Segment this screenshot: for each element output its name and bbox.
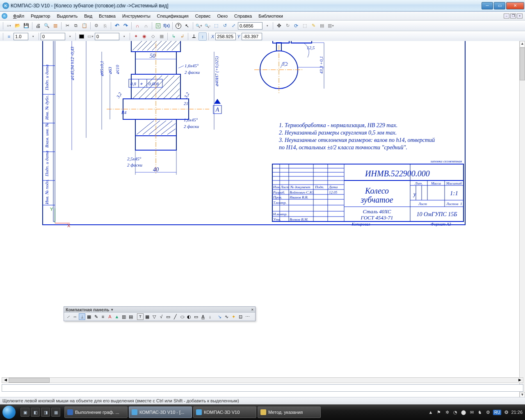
axis-tool[interactable]: ✦: [230, 313, 237, 320]
menu-file[interactable]: Файл: [10, 12, 27, 20]
paste-button[interactable]: [80, 22, 89, 30]
tool-b[interactable]: ✎: [309, 22, 317, 30]
mdi-close[interactable]: ×: [517, 14, 523, 18]
props-button[interactable]: [92, 22, 100, 30]
tool-d[interactable]: ▥: [326, 22, 335, 30]
undo-button[interactable]: [113, 22, 121, 30]
rough-tool[interactable]: √: [158, 313, 164, 320]
clock[interactable]: 21:26: [511, 410, 523, 415]
tool-c[interactable]: ▤: [318, 22, 326, 30]
new-button[interactable]: [5, 22, 13, 30]
style2-icon[interactable]: ▭: [86, 32, 94, 41]
refresh-button[interactable]: [292, 22, 300, 30]
export-button[interactable]: ▥: [51, 22, 59, 30]
edit-tool[interactable]: ✎: [93, 313, 99, 320]
quicklaunch-3[interactable]: ◨: [41, 408, 50, 417]
change-tool[interactable]: A: [200, 313, 206, 320]
preview-button[interactable]: [43, 22, 51, 30]
zoom-dropdown[interactable]: [263, 22, 271, 30]
v-scroll-thumb[interactable]: [520, 48, 525, 80]
coord-x-input[interactable]: [215, 33, 236, 40]
pin-icon[interactable]: ▾: [111, 308, 113, 312]
variables-button[interactable]: [154, 22, 162, 30]
anchor-button[interactable]: ✦: [132, 32, 140, 41]
arrow-tool[interactable]: ↘: [216, 313, 223, 320]
mdi-min[interactable]: –: [504, 14, 509, 18]
cond-tool[interactable]: ⊡: [237, 313, 244, 320]
style1-input[interactable]: [41, 33, 65, 40]
ucs-button[interactable]: ↳: [169, 32, 178, 41]
whats-this-button[interactable]: [174, 22, 183, 30]
menu-insert[interactable]: Вставка: [96, 12, 119, 20]
menu-select[interactable]: Выделить: [53, 12, 81, 20]
start-button[interactable]: [0, 404, 18, 420]
copy-button[interactable]: [72, 22, 80, 30]
linewidth-input[interactable]: [14, 33, 28, 40]
pan-button[interactable]: [275, 22, 283, 30]
tray-icon-1[interactable]: ⚑: [436, 409, 442, 415]
geom-tool[interactable]: ⟋: [65, 313, 71, 320]
ucs2-button[interactable]: ↲: [178, 32, 186, 41]
measure-tool[interactable]: A: [107, 313, 113, 320]
compact-panel[interactable]: Компактная панель ▾ × ⟋ ↔ ⟂ ▦ ✎ ≡ A ▲ ▥ …: [64, 306, 256, 321]
tray-icon-7[interactable]: ⚙: [485, 409, 491, 415]
param-tool[interactable]: ≡: [100, 313, 106, 320]
tray-icon-8[interactable]: ❂: [503, 409, 509, 415]
mark-tool[interactable]: ⬭: [179, 313, 185, 320]
grid-button[interactable]: ▦: [158, 32, 166, 41]
line-tool[interactable]: ╱: [172, 313, 178, 320]
table-tool[interactable]: ▦: [144, 313, 151, 320]
scroll-left[interactable]: ◀: [2, 378, 9, 383]
menu-instruments[interactable]: Инструменты: [119, 12, 154, 20]
tray-icon-5[interactable]: ✉: [468, 409, 475, 415]
grid-tool[interactable]: ▦: [86, 313, 92, 320]
ortho-button[interactable]: [190, 32, 198, 41]
menu-view[interactable]: Вид: [81, 12, 96, 20]
brand-tool[interactable]: ◐: [186, 313, 192, 320]
vertical-scrollbar[interactable]: ▲ ▼: [519, 41, 525, 399]
task-3[interactable]: КОМПАС-3D V10: [193, 406, 256, 418]
menu-window[interactable]: Окно: [214, 12, 231, 20]
rotate-view-button[interactable]: ↻: [283, 22, 292, 30]
open-button[interactable]: [14, 22, 22, 30]
tray-icon-4[interactable]: ⬤: [460, 409, 467, 415]
print-button[interactable]: [34, 22, 42, 30]
fx-button[interactable]: [162, 22, 171, 30]
track-button[interactable]: ◉: [140, 32, 148, 41]
zoom-fit-button[interactable]: [229, 22, 237, 30]
color-swatch[interactable]: [78, 32, 86, 41]
drawing-canvas[interactable]: Подп. и дата Инв. № дубл. Взам. инв. № П…: [0, 41, 517, 353]
magnet-on-button[interactable]: [133, 22, 142, 30]
quicklaunch-1[interactable]: ▣: [21, 408, 30, 417]
panel-close-icon[interactable]: ×: [251, 308, 253, 312]
copyprops-button[interactable]: ⎘: [101, 22, 109, 30]
tray-icon-6[interactable]: ♞: [477, 409, 483, 415]
quicklaunch-2[interactable]: ◧: [31, 408, 40, 417]
style2-input[interactable]: [95, 33, 119, 40]
mdi-restore[interactable]: ❐: [510, 14, 516, 18]
spec-tool[interactable]: ▥: [121, 313, 127, 320]
zoom-out-button[interactable]: [203, 22, 212, 30]
scroll-right[interactable]: ▶: [516, 378, 523, 383]
task-2[interactable]: КОМПАС-3D V10 - [...: [129, 406, 192, 418]
maximize-button[interactable]: ▭: [494, 2, 505, 9]
linewidth-icon[interactable]: ≡: [5, 32, 13, 41]
reports-tool[interactable]: ▤: [128, 313, 134, 320]
select-tool[interactable]: ▲: [114, 313, 120, 320]
menu-spec[interactable]: Спецификация: [154, 12, 192, 20]
tray-hidden-icon[interactable]: ▲: [427, 409, 434, 415]
base-tool[interactable]: ▽: [151, 313, 158, 320]
coord-y-input[interactable]: [242, 33, 262, 40]
lang-indicator[interactable]: RU: [493, 410, 501, 415]
text-tool[interactable]: T: [137, 313, 144, 320]
workspace[interactable]: Подп. и дата Инв. № дубл. Взам. инв. № П…: [0, 41, 525, 404]
tray-icon-3[interactable]: ◔: [452, 409, 459, 415]
task-1[interactable]: Выполнение граф. ...: [64, 406, 128, 418]
snap-button[interactable]: [149, 32, 157, 41]
more-tool[interactable]: ⋯: [244, 313, 251, 320]
command-input[interactable]: [2, 384, 523, 392]
zoom-prev-button[interactable]: [221, 22, 229, 30]
style2-dropdown[interactable]: [120, 32, 128, 41]
zoom-value-input[interactable]: [238, 22, 262, 30]
menu-libraries[interactable]: Библиотеки: [255, 12, 286, 20]
